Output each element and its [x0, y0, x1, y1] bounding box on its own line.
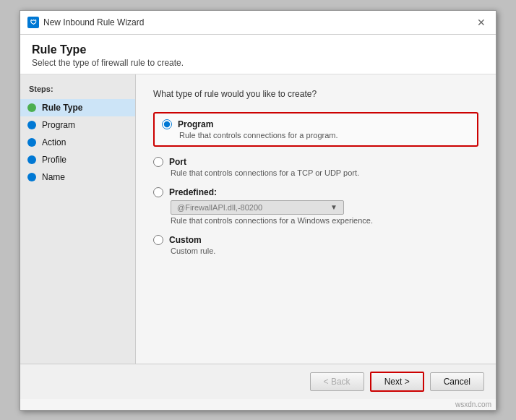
- option-program-row: Program: [162, 119, 470, 129]
- main-panel: What type of rule would you like to crea…: [136, 74, 496, 364]
- option-port-row: Port: [153, 157, 478, 167]
- wizard-window: 🛡 New Inbound Rule Wizard ✕ Rule Type Se…: [20, 10, 496, 411]
- option-port-desc: Rule that controls connections for a TCP…: [171, 168, 478, 177]
- option-port: Port Rule that controls connections for …: [153, 157, 478, 177]
- step-dot-program: [27, 121, 36, 129]
- next-button[interactable]: Next >: [370, 372, 424, 392]
- close-button[interactable]: ✕: [474, 15, 489, 30]
- radio-predefined[interactable]: [153, 187, 163, 197]
- step-dot-name: [27, 173, 36, 181]
- predefined-value: @FirewallAPI.dll,-80200: [177, 203, 262, 212]
- back-button[interactable]: < Back: [310, 372, 364, 391]
- option-custom-label: Custom: [169, 235, 202, 245]
- title-bar-left: 🛡 New Inbound Rule Wizard: [27, 17, 144, 28]
- option-predefined-label: Predefined:: [169, 187, 217, 197]
- sidebar-item-action[interactable]: Action: [20, 134, 135, 151]
- predefined-select[interactable]: @FirewallAPI.dll,-80200 ▼: [171, 200, 344, 215]
- step-label-profile: Profile: [42, 155, 66, 165]
- step-label-action: Action: [42, 137, 66, 147]
- radio-program[interactable]: [162, 119, 172, 129]
- window-icon: 🛡: [27, 17, 39, 28]
- option-program-desc: Rule that controls connections for a pro…: [179, 131, 470, 140]
- option-predefined-row: Predefined:: [153, 187, 478, 197]
- footer: < Back Next > Cancel: [20, 364, 496, 399]
- page-title: Rule Type: [32, 43, 484, 56]
- step-label-name: Name: [42, 172, 65, 182]
- option-custom: Custom Custom rule.: [153, 235, 478, 255]
- question-text: What type of rule would you like to crea…: [153, 89, 478, 99]
- option-predefined-desc: Rule that controls connections for a Win…: [171, 216, 478, 225]
- option-custom-row: Custom: [153, 235, 478, 245]
- option-custom-desc: Custom rule.: [171, 247, 478, 255]
- page-description: Select the type of firewall rule to crea…: [32, 58, 484, 68]
- sidebar-item-rule-type[interactable]: Rule Type: [20, 99, 135, 116]
- cancel-button[interactable]: Cancel: [430, 372, 484, 391]
- watermark: wsxdn.com: [20, 399, 496, 410]
- header-section: Rule Type Select the type of firewall ru…: [20, 35, 496, 74]
- step-dot-action: [27, 138, 36, 147]
- option-predefined: Predefined: @FirewallAPI.dll,-80200 ▼ Ru…: [153, 187, 478, 225]
- option-program: Program Rule that controls connections f…: [162, 119, 470, 140]
- window-title: New Inbound Rule Wizard: [43, 17, 144, 27]
- sidebar-item-profile[interactable]: Profile: [20, 151, 135, 168]
- radio-custom[interactable]: [153, 235, 163, 245]
- step-label-program: Program: [42, 120, 75, 130]
- sidebar-item-name[interactable]: Name: [20, 168, 135, 186]
- chevron-down-icon: ▼: [330, 203, 337, 211]
- option-group: Program Rule that controls connections f…: [153, 112, 478, 255]
- option-program-label: Program: [178, 119, 213, 129]
- steps-panel: Steps: Rule Type Program Action Profile …: [20, 74, 136, 364]
- radio-port[interactable]: [153, 157, 163, 167]
- option-port-label: Port: [169, 157, 186, 167]
- steps-label: Steps:: [20, 82, 135, 99]
- title-bar: 🛡 New Inbound Rule Wizard ✕: [20, 11, 496, 35]
- content-area: Steps: Rule Type Program Action Profile …: [20, 74, 496, 364]
- predefined-dropdown: @FirewallAPI.dll,-80200 ▼: [171, 200, 478, 215]
- step-dot-profile: [27, 155, 36, 164]
- step-label-rule-type: Rule Type: [42, 103, 82, 113]
- sidebar-item-program[interactable]: Program: [20, 116, 135, 134]
- option-program-container: Program Rule that controls connections f…: [153, 112, 478, 147]
- step-dot-rule-type: [27, 103, 36, 112]
